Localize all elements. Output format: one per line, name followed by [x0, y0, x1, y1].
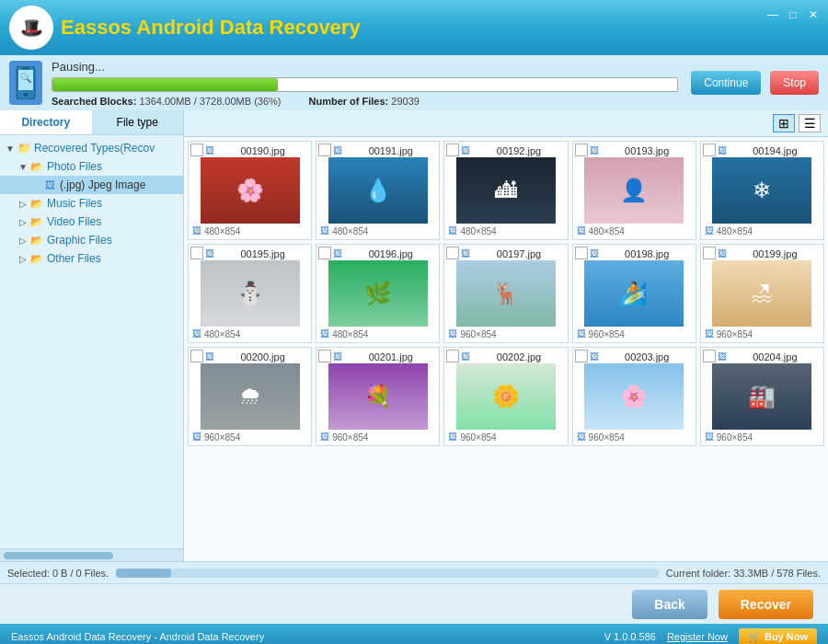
tree-item-photo[interactable]: ▼📂Photo Files — [0, 157, 183, 176]
file-type-icon-5: 🖼 — [205, 248, 214, 259]
dim-icon-1: 🖼 — [320, 225, 329, 236]
file-thumb-3[interactable]: 🖼00193.jpg👤🖼480×854 — [572, 141, 696, 240]
tree-item-video[interactable]: ▷📂Video Files — [0, 213, 183, 231]
file-checkbox-4[interactable] — [703, 144, 716, 156]
file-dim-12: 960×854 — [460, 432, 496, 443]
file-checkbox-1[interactable] — [318, 144, 331, 156]
file-thumb-9[interactable]: 🖼00199.jpg🏖🖼960×854 — [700, 244, 824, 343]
file-checkbox-13[interactable] — [575, 350, 588, 362]
file-image-10: 🌨 — [201, 363, 300, 430]
file-dim-2: 480×854 — [460, 226, 496, 236]
file-dim-10: 960×854 — [204, 432, 240, 443]
tree-toggle-other[interactable]: ▷ — [17, 252, 29, 265]
tree-toggle-video[interactable]: ▷ — [17, 215, 29, 228]
tree-item-music[interactable]: ▷📂Music Files — [0, 194, 183, 213]
file-image-8: 🏄 — [584, 260, 684, 327]
dim-icon-6: 🖼 — [320, 328, 329, 339]
file-image-4: ❄ — [712, 157, 811, 224]
file-checkbox-12[interactable] — [446, 350, 459, 362]
dim-icon-11: 🖼 — [320, 431, 329, 442]
file-grid-container[interactable]: 🖼00190.jpg🌸🖼480×854🖼00191.jpg💧🖼480×854🖼0… — [184, 137, 828, 561]
buy-label: Buy Now — [765, 631, 808, 642]
file-type-icon-10: 🖼 — [205, 351, 214, 362]
file-thumb-12[interactable]: 🖼00202.jpg🌼🖼960×854 — [443, 347, 568, 446]
tree-item-graphic[interactable]: ▷📂Graphic Files — [0, 231, 183, 249]
file-name-11: 00201.jpg — [344, 351, 437, 362]
file-checkbox-8[interactable] — [575, 247, 588, 259]
svg-point-2 — [24, 93, 28, 97]
tree-label-jpeg: (.jpg) Jpeg Image — [60, 178, 145, 191]
maximize-button[interactable]: □ — [786, 7, 800, 22]
file-tree: ▼📁Recovered Types(Recov▼📂Photo Files🖼(.j… — [0, 135, 183, 548]
file-checkbox-2[interactable] — [446, 144, 459, 156]
back-button[interactable]: Back — [632, 590, 707, 619]
tree-toggle-photo[interactable]: ▼ — [17, 160, 29, 173]
dim-icon-7: 🖼 — [448, 328, 457, 339]
file-thumb-1[interactable]: 🖼00191.jpg💧🖼480×854 — [316, 141, 440, 240]
file-image-0: 🌸 — [201, 157, 300, 224]
scan-bar: 🔍 Pausing... Searched Blocks: 1364.00MB … — [0, 55, 828, 110]
file-dim-11: 960×854 — [332, 432, 368, 443]
tree-item-other[interactable]: ▷📂Other Files — [0, 249, 183, 268]
buy-now-button[interactable]: 🛒 Buy Now — [739, 628, 817, 645]
file-thumb-10[interactable]: 🖼00200.jpg🌨🖼960×854 — [188, 347, 312, 446]
file-checkbox-6[interactable] — [318, 247, 331, 259]
file-checkbox-10[interactable] — [190, 350, 203, 362]
file-thumb-8[interactable]: 🖼00198.jpg🏄🖼960×854 — [572, 244, 696, 343]
action-bar: Back Recover — [0, 583, 828, 624]
horizontal-scroll-thumb — [116, 569, 171, 578]
tree-toggle-music[interactable]: ▷ — [17, 197, 29, 210]
continue-button[interactable]: Continue — [691, 71, 761, 95]
file-checkbox-7[interactable] — [446, 247, 459, 259]
file-checkbox-9[interactable] — [703, 247, 716, 259]
file-checkbox-3[interactable] — [575, 144, 588, 156]
file-thumb-2[interactable]: 🖼00192.jpg🏙🖼480×854 — [443, 141, 568, 240]
tree-toggle-jpeg[interactable] — [29, 178, 42, 191]
tree-label-other: Other Files — [47, 252, 101, 265]
file-thumb-5[interactable]: 🖼00195.jpg⛄🖼480×854 — [188, 244, 312, 343]
dim-icon-0: 🖼 — [192, 225, 201, 236]
file-thumb-4[interactable]: 🖼00194.jpg❄🖼480×854 — [700, 141, 824, 240]
file-name-13: 00203.jpg — [601, 351, 694, 362]
horizontal-scrollbar[interactable] — [116, 569, 659, 578]
grid-view-button[interactable]: ⊞ — [773, 114, 795, 132]
sidebar-scroll-thumb — [4, 552, 113, 559]
file-image-12: 🌼 — [456, 363, 556, 430]
file-thumb-7[interactable]: 🖼00197.jpg🦌🖼960×854 — [443, 244, 568, 343]
app-name-highlight: Data Recovery — [220, 16, 361, 39]
list-view-button[interactable]: ☰ — [799, 114, 821, 132]
register-link[interactable]: Register Now — [667, 631, 728, 642]
tree-icon-graphic: 📂 — [29, 233, 44, 247]
file-dim-1: 480×854 — [332, 226, 368, 236]
file-name-9: 00199.jpg — [729, 248, 822, 259]
file-checkbox-0[interactable] — [190, 144, 203, 156]
stop-button[interactable]: Stop — [770, 71, 819, 95]
file-type-icon-8: 🖼 — [590, 248, 599, 259]
tab-filetype[interactable]: File type — [92, 110, 184, 134]
file-checkbox-5[interactable] — [190, 247, 203, 259]
file-dim-9: 960×854 — [717, 329, 753, 339]
file-thumb-14[interactable]: 🖼00204.jpg🏭🖼960×854 — [700, 347, 824, 446]
file-checkbox-14[interactable] — [703, 350, 716, 362]
recover-button[interactable]: Recover — [719, 590, 813, 619]
dim-icon-2: 🖼 — [448, 225, 457, 236]
file-thumb-0[interactable]: 🖼00190.jpg🌸🖼480×854 — [188, 141, 312, 240]
svg-rect-3 — [22, 68, 29, 70]
file-checkbox-11[interactable] — [318, 350, 331, 362]
tree-item-jpeg[interactable]: 🖼(.jpg) Jpeg Image — [0, 176, 183, 194]
file-thumb-6[interactable]: 🖼00196.jpg🌿🖼480×854 — [316, 244, 440, 343]
tree-toggle-graphic[interactable]: ▷ — [17, 234, 29, 247]
minimize-button[interactable]: — — [765, 7, 780, 22]
file-thumb-11[interactable]: 🖼00201.jpg💐🖼960×854 — [316, 347, 440, 446]
file-image-13: 🌸 — [584, 363, 684, 430]
tree-item-root[interactable]: ▼📁Recovered Types(Recov — [0, 139, 183, 157]
close-button[interactable]: ✕ — [806, 7, 821, 22]
file-dim-0: 480×854 — [204, 226, 240, 236]
dim-icon-8: 🖼 — [577, 328, 586, 339]
tree-toggle-root[interactable]: ▼ — [4, 142, 17, 155]
phone-icon: 🔍 — [9, 61, 42, 105]
footer-right: V 1.0.0.586 Register Now 🛒 Buy Now — [604, 628, 817, 645]
file-thumb-13[interactable]: 🖼00203.jpg🌸🖼960×854 — [572, 347, 696, 446]
tab-directory[interactable]: Directory — [0, 110, 92, 134]
sidebar-scroll[interactable] — [0, 548, 183, 561]
